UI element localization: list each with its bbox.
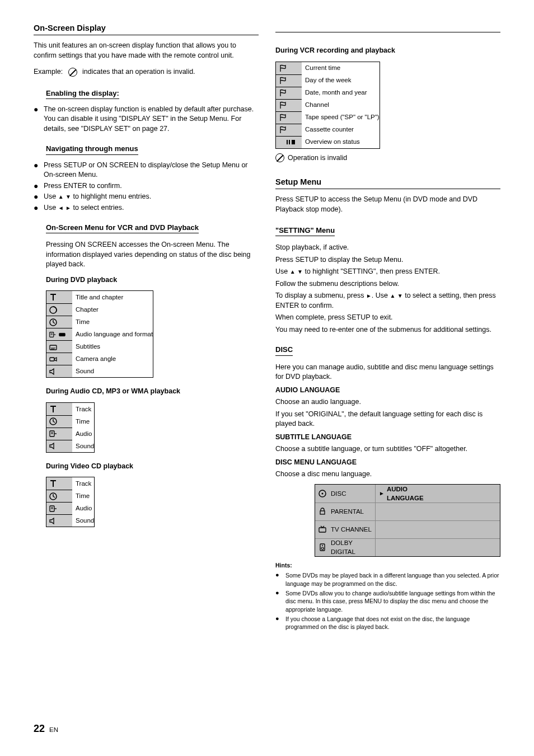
menu-lang-h: DISC MENU LANGUAGE [275, 458, 500, 468]
bullet-icon: ● [275, 590, 285, 596]
example-label: Example: [34, 68, 63, 76]
flag-icon [278, 125, 287, 134]
dvd-item-1: Chapter [72, 303, 99, 316]
flag-icon [278, 88, 287, 97]
sub-nav-title: Navigating through menus [46, 144, 138, 154]
svg-rect-31 [289, 140, 290, 144]
sub-osmenu-title: On-Screen Menu for VCR and DVD Playback [46, 223, 199, 233]
hint-2: If you choose a Language that does not e… [285, 615, 500, 631]
menu-lang-b: Choose a disc menu language. [275, 469, 500, 480]
vcd-item-2: Audio [72, 502, 92, 514]
vcr-item-4: Tape speed ("SP" or "LP") [302, 111, 380, 124]
svg-rect-9 [59, 333, 65, 336]
nav-item-3: Use to select entries. [44, 203, 259, 213]
left-arrow-icon [58, 204, 64, 212]
disc-intro: Here you can manage audio, subtitle and … [275, 363, 500, 382]
top-rule [275, 22, 500, 32]
title-icon [49, 405, 58, 414]
title-icon [49, 479, 58, 488]
status-icon [284, 139, 296, 145]
nav-item-1: Press ENTER to confirm. [44, 181, 259, 191]
flag-icon [278, 113, 287, 122]
lang-icon [49, 429, 58, 438]
page-number: 22EN [34, 722, 58, 736]
osd-intro-1: This unit features an on-screen display … [34, 41, 259, 60]
right-arrow-icon [65, 204, 71, 212]
hints-heading: Hints: [275, 561, 500, 570]
setup-step-5: When complete, press SETUP to exit. [275, 313, 500, 323]
svg-rect-35 [320, 511, 325, 514]
menu-row-1-label: PARENTAL [330, 503, 376, 520]
bullet-icon: ● [34, 161, 44, 169]
lang-icon [49, 504, 58, 513]
nav-item-0: Press SETUP or ON SCREEN to display/clos… [44, 161, 259, 180]
vcr-item-5: Cassette counter [302, 124, 354, 136]
setup-step-4: To display a submenu, press . Use to sel… [275, 291, 500, 311]
dvd-playback-heading: During DVD playback [46, 275, 259, 285]
setup-step-3: Follow the submenu descriptions below. [275, 279, 500, 289]
up-arrow-icon [290, 267, 296, 275]
vcd-playback-heading: During Video CD playback [46, 462, 259, 472]
menu-row-1-val [376, 503, 437, 520]
chapter-icon [49, 306, 58, 314]
speaker-icon [318, 543, 327, 552]
down-arrow-icon [297, 267, 303, 275]
sub-enabling-title: Enabling the display: [46, 88, 119, 99]
osmenu-intro: Pressing ON SCREEN accesses the On-scree… [46, 240, 259, 270]
vcr-item-7: Operation is invalid [288, 153, 347, 163]
vcr-osd-list: Current time Day of the week Date, month… [275, 62, 380, 149]
bullet-icon: ● [34, 204, 44, 212]
dvd-item-3: Audio language and format [72, 328, 153, 340]
vcr-item-2: Date, month and year [302, 87, 367, 99]
down-arrow-icon [397, 292, 403, 299]
dvd-osd-list: Title and chapter Chapter Time Audio lan… [46, 290, 153, 378]
down-arrow-icon [65, 192, 71, 200]
page-num-lang: EN [49, 726, 58, 733]
setup-step-0: Stop playback, if active. [275, 243, 500, 253]
bullet-icon: ● [34, 192, 44, 200]
dvd-item-2: Time [72, 316, 90, 328]
menu-row-3-val [376, 539, 437, 556]
cd-item-1: Time [72, 415, 90, 428]
sub-enabling-body: The on-screen display function is enable… [44, 105, 259, 134]
menu-row-0-val: AUDIO LANGUAGE [376, 485, 437, 503]
setup-menu-title: Setup Menu [275, 176, 500, 189]
svg-point-41 [322, 545, 323, 546]
cd-item-3: Sound [72, 440, 94, 452]
sub-lang-b: Choose a subtitle language, or turn subt… [275, 444, 500, 454]
page-num-value: 22 [34, 723, 45, 734]
vcd-item-1: Time [72, 490, 90, 502]
flag-icon [278, 64, 287, 73]
setting-sub-title: "SETTING" Menu [275, 226, 335, 236]
cd-item-0: Track [72, 403, 91, 415]
vcr-item-3: Channel [302, 99, 329, 111]
svg-rect-36 [319, 528, 326, 532]
vcd-item-3: Sound [72, 514, 94, 527]
right-arrow-icon [366, 292, 372, 299]
flag-icon [278, 76, 287, 85]
format-icon [58, 331, 66, 339]
sound-icon [49, 367, 58, 376]
setup-step-6: You may need to re-enter one of the subm… [275, 325, 500, 335]
title-icon [49, 293, 58, 302]
svg-rect-32 [292, 140, 295, 144]
audio-lang-h: AUDIO LANGUAGE [275, 386, 500, 396]
dvd-item-0: Title and chapter [72, 291, 123, 303]
disc-subtitle: DISC [275, 345, 293, 355]
vcr-item-1: Day of the week [302, 74, 351, 87]
setup-step-1: Press SETUP to display the Setup Menu. [275, 255, 500, 265]
dvd-item-5: Camera angle [72, 353, 116, 365]
bullet-icon: ● [275, 616, 285, 622]
tv-icon [318, 525, 327, 534]
nav-item-2: Use to highlight menu entries. [44, 192, 259, 202]
setup-body: Press SETUP to access the Setup Menu (in… [275, 195, 500, 214]
vcr-item-6: Overview on status [302, 136, 360, 148]
subtitle-icon [49, 342, 58, 351]
clock-icon [49, 492, 58, 501]
bullet-icon: ● [275, 572, 285, 578]
lang-icon [49, 331, 57, 339]
svg-line-5 [53, 322, 55, 323]
vcr-heading: During VCR recording and playback [275, 46, 500, 56]
setup-menu-table: DISC AUDIO LANGUAGE PARENTAL TV CHANNEL … [315, 484, 500, 557]
svg-line-26 [53, 496, 55, 497]
